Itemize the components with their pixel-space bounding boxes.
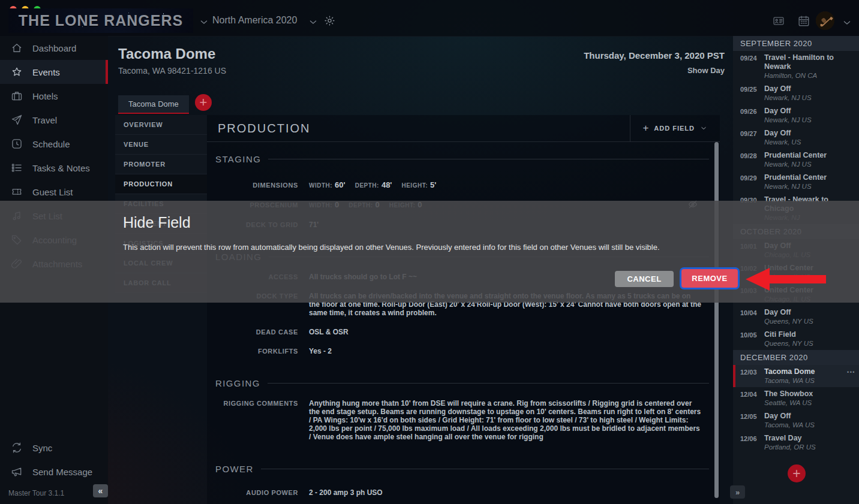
chevron-down-icon[interactable] [307,16,319,28]
sidebar-item-guest-list[interactable]: Guest List [0,180,108,204]
entry-title: Day Off [764,129,855,138]
chevron-down-icon[interactable] [841,17,853,29]
field-value: WIDTH:60'DEPTH:48'HEIGHT:5' [309,181,446,190]
subnav-item-production[interactable]: PRODUCTION [115,174,207,194]
sidebar-item-tasks-notes[interactable]: Tasks & Notes [0,156,108,180]
schedule-entry[interactable]: 09/25Day OffNewark, NJ US [733,82,859,104]
add-field-label: ADD FIELD [654,125,695,132]
remove-button[interactable]: REMOVE [680,267,740,289]
sidebar-item-events[interactable]: Events [0,60,108,84]
entry-info: Day OffNewark, NJ US [764,107,855,124]
section-divider [261,469,709,469]
star-icon [11,66,23,78]
entry-location: Queens, NY US [764,317,855,325]
field-value: Anything hung more thatn 10' from DSE wi… [309,399,702,441]
field-row-audio-power: AUDIO POWER2 - 200 amp 3 ph USO [207,488,720,497]
sub-label: WIDTH: [309,182,332,189]
sidebar-item-label: Schedule [32,139,70,149]
schedule-entry[interactable]: 10/04Day OffQueens, NY US [733,306,859,328]
entry-date: 10/05 [740,330,764,348]
schedule-entry[interactable]: 12/05Day OffTacoma, WA US [733,409,859,431]
sidebar-item-label: Travel [32,115,57,125]
gear-icon[interactable] [324,15,335,26]
entry-date: 12/05 [740,412,764,429]
entry-date: 12/04 [740,390,764,407]
field-row-rigging-comments: RIGGING COMMENTSAnything hung more thatn… [207,399,720,441]
entry-location: Tacoma, WA US [764,421,855,429]
entry-date: 09/27 [740,129,764,146]
field-label: DEAD CASE [207,328,298,336]
tab-tacoma-dome[interactable]: Tacoma Dome [118,95,189,114]
entry-date: 09/25 [740,84,764,102]
chevron-down-icon [699,124,708,132]
schedule-entry[interactable]: 09/24Travel - Hamilton to NewarkHamilton… [733,51,859,82]
month-header: DECEMBER 2020 [733,350,859,365]
entry-date: 09/28 [740,151,764,168]
schedule-entry[interactable]: 09/28Prudential CenterNewark, NJ US [733,149,859,171]
add-event-button[interactable]: + [788,464,806,482]
section-power: POWERAUDIO POWER2 - 200 amp 3 ph USO [207,464,720,497]
entry-title: Tacoma Dome [764,367,845,376]
user-avatar[interactable] [816,11,834,30]
master-tour-window: THE LONE RANGERS North America 2020 Dash… [0,0,859,504]
hide-field-dialog: Hide Field This action will prevent this… [0,201,859,303]
field-value: OSL & OSR [309,328,349,336]
tour-selector[interactable]: North America 2020 [212,15,297,26]
schedule-entry[interactable]: 10/05Citi FieldQueens, NY US [733,328,859,350]
home-icon [11,42,23,54]
schedule-entry[interactable]: 09/27Day OffNewark, US [733,126,859,149]
app-version: Master Tour 3.1.1 [8,489,64,497]
entry-title: Day Off [764,308,855,317]
entry-location: Newark, NJ US [764,160,855,168]
add-field-button[interactable]: + ADD FIELD [630,115,720,141]
section-divider [268,383,709,384]
entry-info: Travel - Hamilton to NewarkHamilton, ON … [764,53,855,80]
schedule-entry[interactable]: 09/26Day OffNewark, NJ US [733,104,859,126]
sidebar-item-send-message[interactable]: Send Message [0,460,108,484]
contacts-card-icon[interactable] [771,15,786,27]
sidebar-item-dashboard[interactable]: Dashboard [0,36,108,60]
schedule-entry[interactable]: 12/04The ShowboxSeattle, WA US [733,387,859,409]
sidebar-item-label: Send Message [32,467,92,477]
entry-info: Travel DayPortland, OR US [764,434,855,451]
add-tab-button[interactable]: + [195,94,212,111]
entry-info: Day OffNewark, US [764,129,855,146]
schedule-entry[interactable]: 09/29Prudential CenterNewark, NJ US [733,171,859,193]
schedule-entry[interactable]: 12/03Tacoma DomeTacoma, WA US••• [733,365,859,387]
entry-date: 09/29 [740,173,764,191]
entry-title: Day Off [764,84,855,93]
chevron-down-icon[interactable] [198,16,210,28]
subnav-item-promoter[interactable]: PROMOTER [115,155,207,174]
field-label: AUDIO POWER [207,488,298,497]
sub-label: DEPTH: [355,182,379,189]
main-scrollbar[interactable] [714,142,719,498]
entry-info: Prudential CenterNewark, NJ US [764,151,855,168]
subnav-item-label: PROMOTER [124,161,166,168]
subnav-item-overview[interactable]: OVERVIEW [115,115,207,135]
sidebar-item-hotels[interactable]: Hotels [0,84,108,108]
collapse-sidebar-button[interactable]: « [93,484,108,497]
venue-address: Tacoma, WA 98421-1216 US [118,66,226,76]
sidebar-item-label: Sync [32,443,52,453]
entry-menu-icon[interactable]: ••• [847,367,855,385]
sidebar-item-sync[interactable]: Sync [0,436,108,460]
subnav-item-venue[interactable]: VENUE [115,135,207,155]
sidebar-item-schedule[interactable]: Schedule [0,132,108,156]
clock-icon [11,138,23,150]
schedule-entry[interactable]: 12/06Travel DayPortland, OR US [733,431,859,454]
entry-title: Citi Field [764,330,855,339]
sidebar-item-travel[interactable]: Travel [0,108,108,132]
entry-info: Tacoma DomeTacoma, WA US [764,367,845,385]
section-title: STAGING [215,154,261,164]
megaphone-icon [11,466,23,478]
section-divider [268,159,709,159]
entry-title: Day Off [764,412,855,421]
entry-date: 09/26 [740,107,764,124]
calendar-icon[interactable] [797,14,810,28]
collapse-schedule-button[interactable]: » [730,485,745,499]
sub-value: 5' [430,180,436,189]
sub-value: 48' [382,180,392,189]
entry-location: Tacoma, WA US [764,376,845,385]
cancel-button[interactable]: CANCEL [615,271,674,287]
section-header: POWER [215,464,709,474]
